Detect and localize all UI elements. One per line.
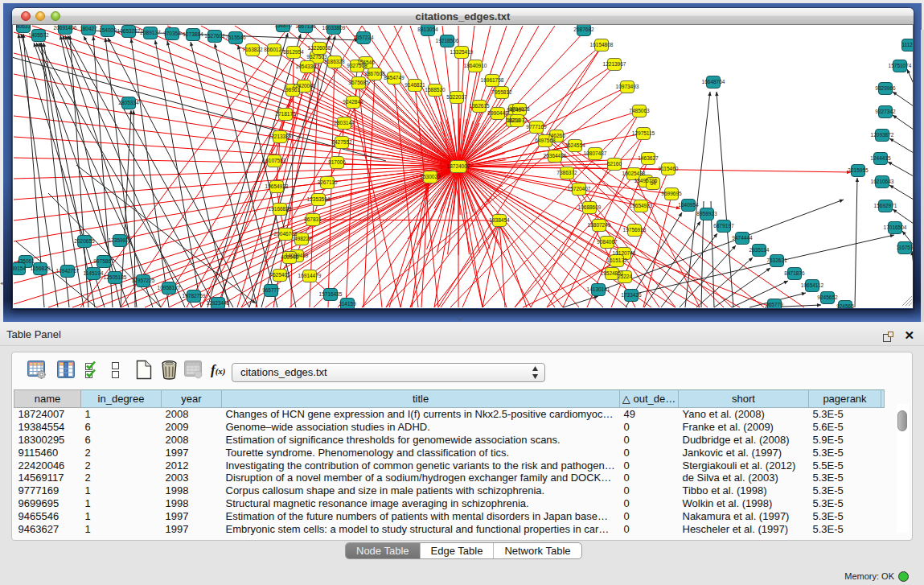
svg-text:9975867: 9975867 — [93, 258, 114, 264]
svg-text:12923448: 12923448 — [207, 300, 230, 306]
svg-text:10543362: 10543362 — [296, 64, 319, 69]
svg-text:8454749: 8454749 — [384, 75, 405, 80]
svg-text:39154: 39154 — [13, 266, 26, 271]
svg-text:8427552: 8427552 — [331, 139, 352, 145]
svg-text:10973493: 10973493 — [616, 84, 639, 89]
svg-text:17016504: 17016504 — [884, 225, 907, 230]
svg-text:19218506: 19218506 — [436, 38, 459, 43]
svg-text:2089137: 2089137 — [140, 30, 161, 35]
svg-text:1145194: 1145194 — [84, 270, 104, 276]
svg-text:7163822: 7163822 — [242, 47, 263, 52]
svg-text:8660124: 8660124 — [264, 47, 285, 52]
svg-text:9242848: 9242848 — [343, 99, 363, 105]
svg-text:154009: 154009 — [99, 27, 117, 33]
svg-text:314159: 314159 — [339, 301, 356, 307]
svg-text:435061: 435061 — [17, 258, 35, 264]
svg-text:3267110: 3267110 — [318, 179, 338, 185]
svg-text:17957225: 17957225 — [132, 278, 155, 283]
svg-text:10120746: 10120746 — [613, 250, 636, 256]
svg-text:7955812: 7955812 — [491, 89, 512, 95]
svg-text:8912954: 8912954 — [283, 49, 304, 55]
svg-text:25224: 25224 — [618, 274, 632, 279]
svg-text:14130141: 14130141 — [587, 286, 610, 292]
svg-text:970354: 970354 — [163, 31, 181, 36]
svg-text:64: 64 — [650, 180, 656, 186]
svg-text:9327508: 9327508 — [347, 63, 368, 68]
svg-text:8990448: 8990448 — [487, 110, 508, 116]
svg-text:10958127: 10958127 — [158, 285, 181, 290]
svg-text:8471876: 8471876 — [784, 270, 805, 276]
svg-text:40633: 40633 — [16, 25, 31, 29]
svg-text:1667135: 1667135 — [295, 25, 316, 29]
svg-text:9146821: 9146821 — [405, 82, 425, 88]
svg-text:3675685: 3675685 — [348, 80, 369, 85]
svg-text:6879197: 6879197 — [713, 223, 734, 229]
svg-text:18807249: 18807249 — [588, 222, 611, 228]
svg-text:8186328: 8186328 — [324, 59, 345, 64]
svg-text:7632621: 7632621 — [766, 257, 787, 263]
svg-text:1405572: 1405572 — [28, 32, 49, 38]
svg-text:16154808: 16154808 — [590, 42, 614, 47]
svg-text:2867608: 2867608 — [364, 71, 385, 76]
svg-text:7515546: 7515546 — [225, 35, 246, 40]
svg-text:3215955: 3215955 — [848, 167, 869, 173]
svg-text:10025438: 10025438 — [622, 171, 646, 176]
svg-text:17359924: 17359924 — [109, 237, 132, 243]
svg-text:8958923: 8958923 — [696, 211, 717, 216]
svg-text:10807487: 10807487 — [584, 150, 607, 156]
svg-text:2687682: 2687682 — [573, 27, 594, 32]
svg-text:1273884: 1273884 — [183, 31, 203, 37]
svg-text:62160: 62160 — [607, 161, 622, 167]
svg-text:924565: 924565 — [836, 303, 854, 308]
svg-text:1615132: 1615132 — [606, 257, 627, 263]
svg-text:2530023: 2530023 — [420, 174, 441, 179]
svg-text:12975115: 12975115 — [632, 130, 655, 136]
svg-text:19654923: 19654923 — [630, 203, 653, 208]
svg-text:2020655: 2020655 — [74, 238, 95, 244]
svg-text:16033809: 16033809 — [322, 25, 346, 31]
svg-text:2935114: 2935114 — [749, 247, 770, 253]
svg-text:10688609: 10688609 — [578, 204, 602, 210]
svg-text:1621072: 1621072 — [507, 117, 528, 123]
svg-text:1938454: 1938454 — [489, 217, 510, 223]
svg-text:12353594: 12353594 — [307, 196, 331, 202]
svg-text:12093872: 12093872 — [871, 132, 894, 138]
svg-text:9777169: 9777169 — [526, 124, 547, 130]
svg-text:11123: 11123 — [901, 42, 913, 47]
svg-text:12505185: 12505185 — [104, 274, 127, 280]
svg-text:12942757: 12942757 — [56, 268, 80, 274]
svg-text:15716485: 15716485 — [319, 291, 343, 297]
svg-text:817006: 817006 — [328, 159, 346, 165]
svg-text:16961758: 16961758 — [481, 77, 504, 83]
svg-text:9245652: 9245652 — [817, 295, 838, 300]
svg-text:98961: 98961 — [285, 87, 300, 93]
svg-text:1733426: 1733426 — [621, 292, 642, 298]
svg-text:2805334: 2805334 — [118, 100, 139, 105]
svg-text:16914479: 16914479 — [298, 273, 322, 278]
svg-text:19756928: 19756928 — [623, 227, 647, 233]
svg-text:867831: 867831 — [304, 216, 322, 222]
svg-text:18724007: 18724007 — [447, 163, 470, 169]
svg-text:15751074: 15751074 — [889, 63, 912, 68]
svg-text:409948: 409948 — [281, 254, 298, 260]
svg-text:2803144: 2803144 — [334, 120, 355, 126]
svg-text:19654923: 19654923 — [265, 183, 289, 189]
svg-text:16210643: 16210643 — [871, 179, 894, 184]
svg-text:1527602: 1527602 — [204, 33, 225, 39]
svg-text:5322037: 5322037 — [446, 94, 467, 100]
svg-text:1498222: 1498222 — [291, 236, 312, 241]
svg-text:18640910: 18640910 — [464, 63, 487, 68]
svg-text:9227342: 9227342 — [875, 109, 896, 114]
svg-text:13325419: 13325419 — [450, 49, 474, 55]
svg-text:15720407: 15720407 — [568, 186, 591, 192]
svg-text:965777: 965777 — [262, 287, 280, 293]
svg-text:10653287: 10653287 — [117, 28, 141, 34]
svg-text:154876: 154876 — [274, 25, 292, 28]
svg-text:1156829: 1156829 — [31, 266, 51, 271]
svg-text:2718176: 2718176 — [275, 111, 296, 117]
svg-text:1588520: 1588520 — [425, 87, 446, 93]
svg-text:9084067: 9084067 — [597, 239, 618, 245]
svg-text:13226058: 13226058 — [308, 45, 331, 51]
svg-text:1244415: 1244415 — [870, 155, 891, 161]
svg-text:20364436: 20364436 — [544, 153, 567, 159]
